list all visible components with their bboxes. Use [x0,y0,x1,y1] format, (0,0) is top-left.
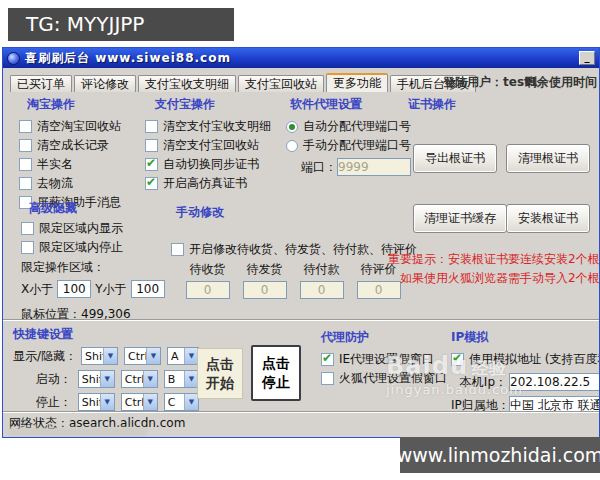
section-advanced-hide: 高级隐藏 限定区域内显示 限定区域内停止 限定操作区域： X小于 Y小于 鼠标位… [21,200,179,323]
radio-row[interactable]: 自动分配代理端口号 [286,117,426,136]
hotkey-select-value: Ctrl [122,396,143,409]
checkbox-row[interactable]: 火狐代理设置假窗口 [321,369,456,388]
hotkey-label: 启动： [13,371,72,388]
radio-button[interactable] [286,140,298,152]
site-banner-text: www.linmozhidai.com [397,444,600,466]
section-manual-modify: 手动修改 开启修改待收货、待发货、待付款、待评价 待收货 待发货 待付款 待评价 [171,204,399,299]
screenshot-root: TG: MYYJJPP 喜刷刷后台 www.siwei88.com _ 已买订单… [0,0,600,480]
checkbox-row[interactable]: 限定区域内显示 [21,219,179,238]
checkbox-row[interactable]: 使用模拟地址 (支持百度和360搜索 [451,350,599,369]
field-label: 待发货 [236,261,293,278]
click-stop-button[interactable]: 点击停止 [251,345,301,401]
clean-root-cert-button[interactable]: 清理根证书 [506,144,590,173]
hotkey-select[interactable]: C▼ [164,393,199,411]
hotkey-select[interactable]: Shif▼ [78,370,115,388]
tab-bought-orders[interactable]: 已买订单 [10,75,72,92]
chevron-down-icon: ▼ [184,348,198,364]
hotkey-select[interactable]: Ctrl▼ [124,347,161,365]
checkbox-label: 开启高仿真证书 [163,175,247,192]
checkbox-row[interactable]: 开启修改待收货、待发货、待付款、待评价 [171,240,399,259]
hotkey-select-value: A [168,350,184,363]
awaiting-receipt-input[interactable] [186,281,230,299]
install-root-cert-button[interactable]: 安装根证书 [506,204,590,233]
checkbox-label: 清空支付宝收支明细 [163,118,271,135]
checkbox[interactable] [321,372,334,385]
section-proxy-guard: 代理防护 IE代理设置假窗口 火狐代理设置假窗口 [321,329,456,388]
censored-blur-block [9,428,147,437]
y-limit-input[interactable] [131,280,165,298]
checkbox-row[interactable]: 开启高仿真证书 [145,174,297,193]
section-title: 快捷键设置 [13,326,205,343]
section-hotkeys: 快捷键设置 显示/隐藏： Shif▼ Ctrl▼ A▼ 启动： Shif▼ Ct… [13,326,205,416]
hotkey-select-value: B [165,373,184,386]
checkbox[interactable] [19,177,32,190]
hotkey-row-toggle: 显示/隐藏： Shif▼ Ctrl▼ A▼ [13,347,205,365]
hotkey-label: 显示/隐藏： [13,348,75,365]
hotkey-select[interactable]: Ctrl▼ [121,370,158,388]
click-start-button[interactable]: 点击开始 [197,348,243,399]
checkbox-label: 开启修改待收货、待发货、待付款、待评价 [189,241,417,258]
checkbox[interactable] [451,353,464,366]
chevron-down-icon: ▼ [100,394,114,410]
section-proxy-settings: 软件代理设置 自动分配代理端口号 手动分配代理端口号 端口： [286,96,426,176]
local-ip-label: 本机Ip： [451,374,507,391]
hotkey-select[interactable]: Shif▼ [81,347,118,365]
checkbox-row[interactable]: 清空淘宝回收站 [19,117,151,136]
checkbox-row[interactable]: 去物流 [19,174,151,193]
checkbox[interactable] [145,120,158,133]
order-count-grid: 待收货 待发货 待付款 待评价 [179,261,399,299]
tab-alipay-statement[interactable]: 支付宝收支明细 [138,75,236,92]
checkbox-row[interactable]: 清空支付宝收支明细 [145,117,297,136]
awaiting-payment-input[interactable] [300,281,344,299]
hotkey-select[interactable]: A▼ [167,347,199,365]
hotkey-select-value: Ctrl [122,373,143,386]
radio-row[interactable]: 手动分配代理端口号 [286,136,426,155]
field-label: 待付款 [293,261,350,278]
hotkey-select-value: Shif [82,350,103,363]
clean-cert-cache-button[interactable]: 清理证书缓存 [413,204,507,233]
tab-more-functions[interactable]: 更多功能 [326,73,388,92]
site-banner: www.linmozhidai.com [400,437,600,473]
checkbox-row[interactable]: 清空支付宝回收站 [145,136,297,155]
hotkey-select[interactable]: B▼ [164,370,199,388]
content-panel: 淘宝操作 清空淘宝回收站 清空成长记录 半实名 去物流 [3,92,599,437]
checkbox[interactable] [145,139,158,152]
chevron-down-icon: ▼ [143,394,157,410]
app-window: 喜刷刷后台 www.siwei88.com _ 已买订单 评论修改 支付宝收支明… [2,47,600,438]
checkbox-label: IE代理设置假窗口 [339,351,434,368]
hotkey-select[interactable]: Ctrl▼ [121,393,158,411]
radio-button[interactable] [286,121,298,133]
checkbox-row[interactable]: IE代理设置假窗口 [321,350,456,369]
checkbox-row[interactable]: 自动切换同步证书 [145,155,297,174]
minimize-button[interactable]: _ [579,51,595,65]
checkbox-row[interactable]: 清空成长记录 [19,136,151,155]
checkbox[interactable] [145,177,158,190]
field-label: 待收货 [179,261,236,278]
port-input[interactable] [337,158,411,176]
x-limit-input[interactable] [57,280,91,298]
checkbox[interactable] [19,158,32,171]
checkbox-row[interactable]: 半实名 [19,155,151,174]
checkbox-row[interactable]: 限定区域内停止 [21,238,179,257]
checkbox-label: 自动切换同步证书 [163,156,259,173]
tab-alipay-recycle[interactable]: 支付宝回收站 [238,75,324,92]
hotkey-select[interactable]: Shif▼ [78,393,115,411]
export-root-cert-button[interactable]: 导出根证书 [413,144,497,173]
section-cert-ops: 证书操作 [408,96,456,117]
checkbox[interactable] [321,353,334,366]
checkbox[interactable] [19,120,32,133]
checkbox[interactable] [19,139,32,152]
section-title: 手动修改 [176,204,399,221]
awaiting-shipment-input[interactable] [243,281,287,299]
hotkey-select-value: Shif [79,373,100,386]
checkbox-label: 限定区域内停止 [39,239,123,256]
checkbox[interactable] [21,241,34,254]
checkbox[interactable] [145,158,158,171]
radio-label: 手动分配代理端口号 [303,137,411,154]
checkbox[interactable] [21,222,34,235]
tab-review-edit[interactable]: 评论修改 [74,75,136,92]
section-taobao-ops: 淘宝操作 清空淘宝回收站 清空成长记录 半实名 去物流 [19,96,151,212]
checkbox-label: 火狐代理设置假窗口 [339,370,447,387]
checkbox[interactable] [171,243,184,256]
local-ip-input[interactable] [509,373,599,391]
